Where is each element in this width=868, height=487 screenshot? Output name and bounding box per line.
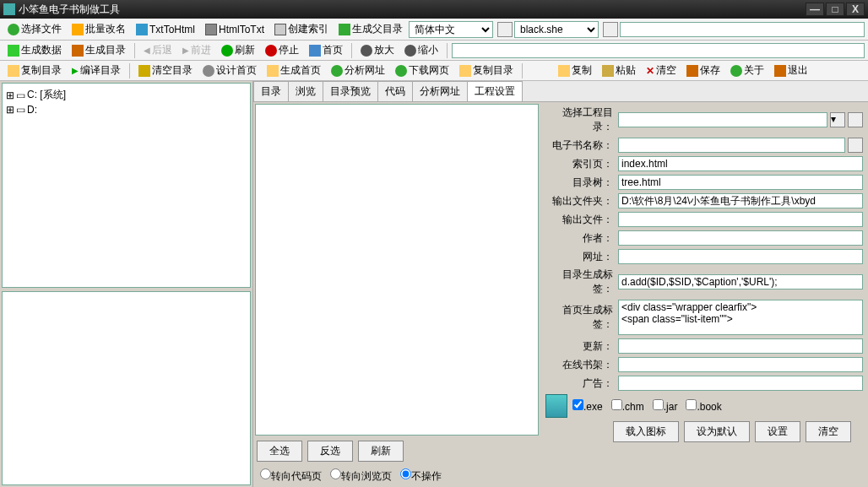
proj-dir-browse[interactable] xyxy=(848,112,863,127)
radio-code[interactable]: 转向代码页 xyxy=(260,468,322,484)
zoom-out-button[interactable]: 缩小 xyxy=(400,41,442,60)
invert-select-button[interactable]: 反选 xyxy=(307,441,353,462)
ad-input[interactable] xyxy=(618,376,863,391)
back-button[interactable]: ◀后退 xyxy=(139,41,176,60)
clear-icon xyxy=(138,65,150,77)
paste-button[interactable]: 粘贴 xyxy=(598,61,640,80)
select-file-button[interactable]: 选择文件 xyxy=(3,19,66,39)
design-home-button[interactable]: 设计首页 xyxy=(198,61,261,80)
txt-to-html-button[interactable]: TxtToHtml xyxy=(132,21,199,38)
shelf-input[interactable] xyxy=(618,357,863,372)
tree-node-d[interactable]: ⊞▭D: xyxy=(6,103,247,116)
copy-list-button[interactable]: 复制目录 xyxy=(455,61,518,80)
globe-icon xyxy=(331,65,343,77)
index-icon xyxy=(274,24,286,35)
website-input[interactable] xyxy=(618,249,863,264)
toc-tag-input[interactable] xyxy=(618,274,863,289)
expand-icon[interactable]: ⊞ xyxy=(6,104,14,116)
stop-button[interactable]: 停止 xyxy=(261,41,303,60)
create-index-button[interactable]: 创建索引 xyxy=(270,19,333,39)
close-button[interactable]: X xyxy=(846,3,865,16)
tab-code[interactable]: 代码 xyxy=(377,81,413,101)
clear-toc-button[interactable]: 清空目录 xyxy=(134,61,197,80)
analyze-url-button[interactable]: 分析网址 xyxy=(327,61,389,80)
info-icon xyxy=(730,65,742,77)
theme-apply-button[interactable] xyxy=(603,22,618,37)
form-buttons: 载入图标 设为默认 设置 清空 xyxy=(545,418,863,446)
compile-toc-button[interactable]: ▶编译目录 xyxy=(68,61,125,80)
home-tag-input[interactable]: <div class="wrapper clearfix"> <span cla… xyxy=(618,300,863,335)
save-button[interactable]: 保存 xyxy=(682,61,724,80)
forward-button[interactable]: ▶前进 xyxy=(178,41,215,60)
update-input[interactable] xyxy=(618,338,863,354)
list-buttons: 全选 反选 刷新 xyxy=(253,437,540,465)
tab-browse[interactable]: 浏览 xyxy=(288,81,323,101)
copy-button[interactable]: 复制 xyxy=(554,61,596,80)
about-button[interactable]: 关于 xyxy=(726,61,768,80)
proj-dir-input[interactable] xyxy=(618,112,827,127)
index-label: 索引页： xyxy=(545,157,618,171)
language-select[interactable]: 简体中文 xyxy=(409,21,493,38)
set-default-button[interactable]: 设为默认 xyxy=(684,421,750,442)
download-page-button[interactable]: 下载网页 xyxy=(391,61,453,80)
ad-label: 广告： xyxy=(545,376,618,391)
title-bar: 小笨鱼电子书制做工具 — □ X xyxy=(0,0,868,19)
batch-rename-button[interactable]: 批量改名 xyxy=(68,19,130,39)
exit-button[interactable]: 退出 xyxy=(770,61,812,80)
author-input[interactable] xyxy=(618,230,863,246)
book-name-input[interactable] xyxy=(618,138,845,153)
home-button[interactable]: 首页 xyxy=(305,41,347,60)
tab-preview[interactable]: 目录预览 xyxy=(323,81,378,101)
out-file-input[interactable] xyxy=(618,212,863,227)
refresh-button[interactable]: 刷新 xyxy=(217,41,259,60)
book-name-btn[interactable] xyxy=(848,138,863,153)
proj-dir-dropdown[interactable]: ▾ xyxy=(830,112,845,127)
copy-icon xyxy=(558,65,570,77)
gen-toc-button[interactable]: 生成目录 xyxy=(68,41,130,60)
gen-data-button[interactable]: 生成数据 xyxy=(3,41,66,60)
html-to-txt-button[interactable]: HtmlToTxt xyxy=(201,21,269,38)
radio-row: 转向代码页 转向浏览页 不操作 xyxy=(253,465,540,487)
tab-settings[interactable]: 工程设置 xyxy=(467,81,523,101)
toolbar1-input[interactable] xyxy=(620,22,865,37)
tab-analyze[interactable]: 分析网址 xyxy=(412,81,468,101)
tab-toc[interactable]: 目录 xyxy=(253,81,289,101)
file-list[interactable] xyxy=(255,104,539,436)
maximize-button[interactable]: □ xyxy=(826,3,844,16)
tree-input[interactable] xyxy=(618,175,863,190)
clear-button[interactable]: ✕清空 xyxy=(642,61,681,80)
theme-select[interactable]: black.she xyxy=(514,21,599,38)
url-input[interactable] xyxy=(452,43,865,58)
output-formats: .exe .chm .jar .book xyxy=(572,396,722,416)
gen-parent-button[interactable]: 生成父目录 xyxy=(334,19,407,39)
index-input[interactable] xyxy=(618,156,863,171)
zoom-in-button[interactable]: 放大 xyxy=(356,41,399,60)
drive-tree[interactable]: ⊞▭C: [系统] ⊞▭D: xyxy=(2,83,251,288)
expand-icon[interactable]: ⊞ xyxy=(6,89,14,101)
main-area: ⊞▭C: [系统] ⊞▭D: 目录 浏览 目录预览 代码 分析网址 工程设置 全… xyxy=(0,81,868,487)
radio-browse[interactable]: 转向浏览页 xyxy=(330,468,392,484)
chk-exe[interactable]: .exe xyxy=(572,399,603,413)
tree-node-c[interactable]: ⊞▭C: [系统] xyxy=(6,87,247,103)
list-refresh-button[interactable]: 刷新 xyxy=(358,441,404,462)
load-icon-button[interactable]: 载入图标 xyxy=(613,421,679,442)
refresh-icon xyxy=(221,45,233,57)
book-name-label: 电子书名称： xyxy=(545,138,618,153)
chk-jar[interactable]: .jar xyxy=(653,399,678,413)
stop-icon xyxy=(265,45,277,57)
select-all-button[interactable]: 全选 xyxy=(257,441,302,462)
radio-noop[interactable]: 不操作 xyxy=(400,468,442,484)
shelf-label: 在线书架： xyxy=(545,358,618,372)
exit-icon xyxy=(774,65,786,77)
html-icon xyxy=(205,24,217,35)
out-folder-input[interactable] xyxy=(618,193,863,208)
settings-button[interactable]: 设置 xyxy=(755,421,800,442)
lang-apply-button[interactable] xyxy=(497,22,513,37)
gen-home-button[interactable]: 生成首页 xyxy=(263,61,325,80)
minimize-button[interactable]: — xyxy=(806,3,824,16)
chk-book[interactable]: .book xyxy=(686,399,721,413)
form-clear-button[interactable]: 清空 xyxy=(806,421,851,442)
out-folder-label: 输出文件夹： xyxy=(545,194,618,208)
copy-toc-button[interactable]: 复制目录 xyxy=(3,61,66,80)
chk-chm[interactable]: .chm xyxy=(611,399,644,413)
